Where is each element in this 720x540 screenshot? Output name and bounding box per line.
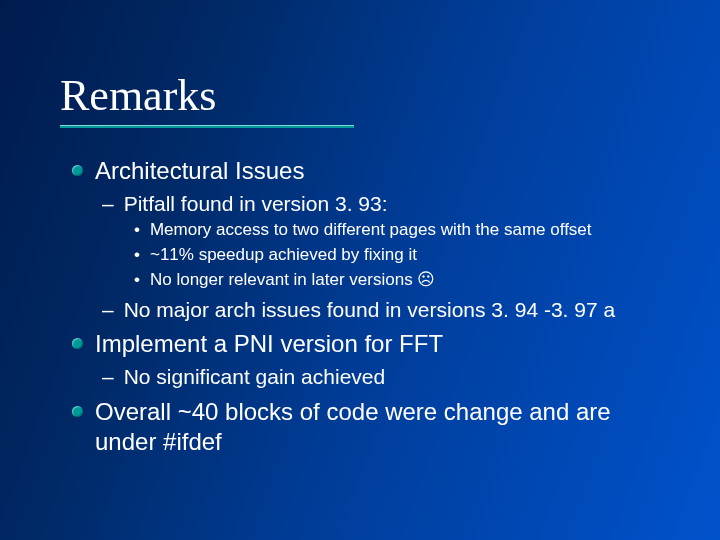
- sub-bullet-no-gain: – No significant gain achieved: [102, 363, 660, 390]
- bullet-architectural-issues: Architectural Issues: [72, 156, 660, 186]
- sub2-bullet-speedup: • ~11% speedup achieved by fixing it: [134, 244, 660, 267]
- slide-content: Architectural Issues – Pitfall found in …: [60, 156, 660, 457]
- bullet-icon: [72, 165, 83, 176]
- sub2-bullet-text: Memory access to two different pages wit…: [150, 219, 592, 242]
- title-block: Remarks: [60, 70, 660, 128]
- sub2-bullet-text: ~11% speedup achieved by fixing it: [150, 244, 417, 267]
- sub-bullet-text: Pitfall found in version 3. 93:: [124, 190, 388, 217]
- bullet-text: Architectural Issues: [95, 156, 304, 186]
- slide: Remarks Architectural Issues – Pitfall f…: [0, 0, 720, 540]
- sub2-bullet-no-longer-relevant: • No longer relevant in later versions ☹: [134, 269, 660, 292]
- bullet-icon: [72, 406, 83, 417]
- bullet-icon: [72, 338, 83, 349]
- sub-bullet-text: No significant gain achieved: [124, 363, 386, 390]
- dot-icon: •: [134, 269, 140, 292]
- dash-icon: –: [102, 190, 114, 217]
- sub-bullet-no-major-issues: – No major arch issues found in versions…: [102, 296, 660, 323]
- sub-bullet-text: No major arch issues found in versions 3…: [124, 296, 615, 323]
- title-underline: [60, 125, 354, 128]
- sub2-bullet-memory-access: • Memory access to two different pages w…: [134, 219, 660, 242]
- bullet-overall-blocks: Overall ~40 blocks of code were change a…: [72, 397, 660, 457]
- sub-bullet-pitfall: – Pitfall found in version 3. 93:: [102, 190, 660, 217]
- dash-icon: –: [102, 296, 114, 323]
- sub2-bullet-text: No longer relevant in later versions ☹: [150, 269, 435, 292]
- dash-icon: –: [102, 363, 114, 390]
- bullet-text: Overall ~40 blocks of code were change a…: [95, 397, 660, 457]
- bullet-implement-pni: Implement a PNI version for FFT: [72, 329, 660, 359]
- dot-icon: •: [134, 219, 140, 242]
- bullet-text: Implement a PNI version for FFT: [95, 329, 443, 359]
- dot-icon: •: [134, 244, 140, 267]
- slide-title: Remarks: [60, 70, 660, 121]
